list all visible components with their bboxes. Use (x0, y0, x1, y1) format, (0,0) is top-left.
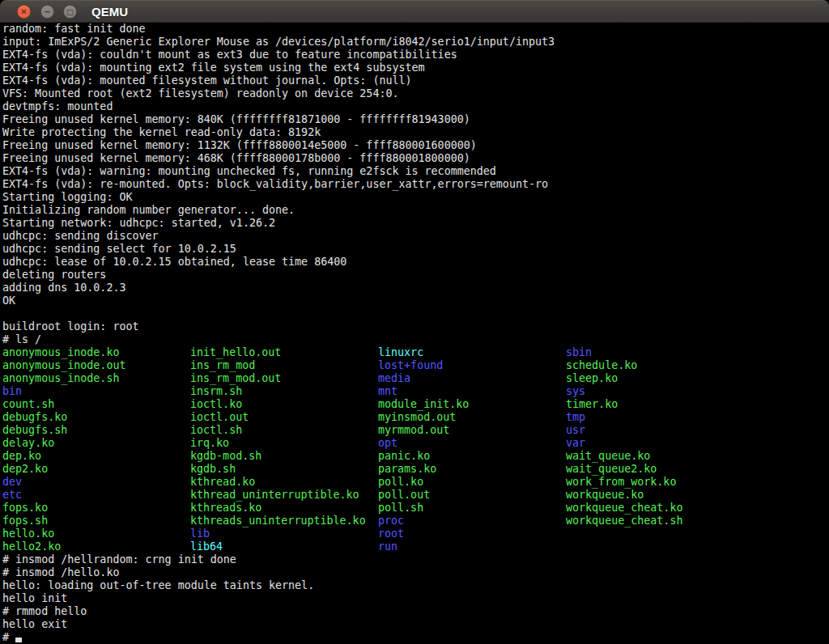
terminal-text: hello: loading out-of-tree module taints… (2, 579, 314, 591)
file-name: lib (190, 527, 378, 540)
file-name: kthreads_uninterruptible.ko (190, 515, 378, 527)
terminal-cursor (15, 638, 22, 642)
terminal-line: Freeing unused kernel memory: 840K (ffff… (2, 113, 829, 126)
file-name: anonymous_inode.sh (2, 372, 190, 385)
file-name: workqueue_cheat.ko (566, 502, 754, 515)
terminal-line: hello: loading out-of-tree module taints… (2, 579, 829, 592)
terminal-text: EXT4-fs (vda): warning: mounting uncheck… (2, 165, 496, 177)
file-name: ioctl.out (190, 411, 378, 424)
terminal-text: VFS: Mounted root (ext2 filesystem) read… (2, 87, 398, 100)
maximize-icon[interactable]: □ (63, 5, 77, 19)
terminal-line: devkthread.kopoll.kowork_from_work.ko (2, 476, 829, 489)
file-name: lost+found (378, 359, 566, 372)
terminal-line: random: fast init done (2, 23, 829, 36)
file-name: schedule.ko (566, 359, 754, 372)
file-name: media (378, 372, 566, 385)
terminal-text: udhcpc: sending select for 10.0.2.15 (2, 243, 236, 255)
file-name: opt (378, 437, 566, 450)
terminal-line: EXT4-fs (vda): re-mounted. Opts: block_v… (2, 178, 829, 191)
minimize-icon[interactable]: − (40, 5, 54, 19)
file-name: kthread.ko (190, 476, 378, 489)
terminal-line: Starting logging: OK (2, 191, 829, 204)
file-name: myrmmod.out (378, 424, 566, 437)
terminal-line: fops.kokthreads.kopoll.shworkqueue_cheat… (2, 502, 829, 515)
file-name: lib64 (190, 540, 378, 553)
file-name: anonymous_inode.out (2, 359, 190, 372)
file-name: linuxrc (378, 346, 566, 359)
terminal-line: Initializing random number generator... … (2, 204, 829, 217)
terminal[interactable]: random: fast init doneinput: ImExPS/2 Ge… (0, 23, 829, 644)
qemu-window: ✕ − □ QEMU random: fast init doneinput: … (0, 0, 829, 644)
terminal-text: # (2, 631, 15, 643)
terminal-line: hello2.kolib64run (2, 540, 829, 553)
terminal-line: OK (2, 294, 829, 307)
file-name: anonymous_inode.ko (2, 346, 190, 359)
terminal-text: udhcpc: sending discover (2, 230, 159, 242)
file-name: proc (378, 515, 566, 527)
close-icon[interactable]: ✕ (17, 5, 31, 19)
terminal-line: Freeing unused kernel memory: 1132K (fff… (2, 139, 829, 152)
file-name: ins_rm_mod.out (190, 372, 378, 385)
file-name: ins_rm_mod (190, 359, 378, 372)
terminal-line: adding dns 10.0.2.3 (2, 282, 829, 294)
terminal-line: hello.kolibroot (2, 527, 829, 540)
file-name: var (566, 437, 754, 450)
file-name: tmp (566, 411, 754, 424)
file-name: dep2.ko (2, 463, 190, 476)
file-name: etc (2, 489, 190, 502)
file-name: kgdb-mod.sh (190, 450, 378, 463)
terminal-line: debugfs.koioctl.outmyinsmod.outtmp (2, 411, 829, 424)
terminal-line (2, 307, 829, 320)
terminal-line: EXT4-fs (vda): warning: mounting uncheck… (2, 165, 829, 178)
file-name: poll.ko (378, 476, 566, 489)
terminal-text: hello exit (2, 618, 67, 630)
terminal-line: devtmpfs: mounted (2, 100, 829, 113)
terminal-line: debugfs.shioctl.shmyrmmod.outusr (2, 424, 829, 437)
file-name: ioctl.ko (190, 398, 378, 411)
window-title: QEMU (91, 1, 128, 23)
file-name: count.sh (2, 398, 190, 411)
terminal-line: Freeing unused kernel memory: 468K (ffff… (2, 152, 829, 165)
file-name: sys (566, 385, 754, 398)
terminal-text: udhcpc: lease of 10.0.2.15 obtained, lea… (2, 256, 346, 268)
file-name: dep.ko (2, 450, 190, 463)
file-name: params.ko (378, 463, 566, 476)
terminal-line: Write protecting the kernel read-only da… (2, 126, 829, 139)
file-name: workqueue.ko (566, 489, 754, 502)
file-name: usr (566, 424, 754, 437)
terminal-line: # (2, 631, 829, 644)
terminal-text: devtmpfs: mounted (2, 100, 113, 112)
window-titlebar[interactable]: ✕ − □ QEMU (0, 0, 829, 23)
terminal-text: Initializing random number generator... … (2, 204, 295, 216)
terminal-line: # ls / (2, 333, 829, 346)
terminal-line: Starting network: udhcpc: started, v1.26… (2, 217, 829, 230)
file-name: panic.ko (378, 450, 566, 463)
file-name: bin (2, 385, 190, 398)
terminal-text: EXT4-fs (vda): couldn't mount as ext3 du… (2, 49, 457, 61)
file-name: wait_queue.ko (566, 450, 754, 463)
terminal-text: random: fast init done (2, 23, 146, 35)
terminal-line: EXT4-fs (vda): mounted filesystem withou… (2, 74, 829, 87)
file-name: poll.out (378, 489, 566, 502)
file-name: fops.sh (2, 515, 190, 527)
terminal-line: count.shioctl.komodule_init.kotimer.ko (2, 398, 829, 411)
terminal-line: EXT4-fs (vda): couldn't mount as ext3 du… (2, 49, 829, 61)
terminal-text: adding dns 10.0.2.3 (2, 282, 125, 294)
terminal-text: Write protecting the kernel read-only da… (2, 126, 321, 138)
terminal-text: Freeing unused kernel memory: 468K (ffff… (2, 152, 470, 164)
terminal-line: anonymous_inode.koinit_hello.outlinuxrcs… (2, 346, 829, 359)
terminal-line: dep.kokgdb-mod.shpanic.kowait_queue.ko (2, 450, 829, 463)
terminal-line: hello init (2, 592, 829, 605)
file-name: kthread_uninterruptible.ko (190, 489, 378, 502)
file-name: timer.ko (566, 398, 754, 411)
terminal-line: anonymous_inode.shins_rm_mod.outmediasle… (2, 372, 829, 385)
terminal-text: Freeing unused kernel memory: 840K (ffff… (2, 113, 470, 125)
file-name: wait_queue2.ko (566, 463, 754, 476)
terminal-line: deleting routers (2, 269, 829, 282)
terminal-line: # insmod /hellrandom: crng init done (2, 553, 829, 566)
file-name: hello.ko (2, 527, 190, 540)
file-name: debugfs.sh (2, 424, 190, 437)
terminal-text: EXT4-fs (vda): re-mounted. Opts: block_v… (2, 178, 548, 190)
file-name: root (378, 527, 566, 540)
file-name: irq.ko (190, 437, 378, 450)
